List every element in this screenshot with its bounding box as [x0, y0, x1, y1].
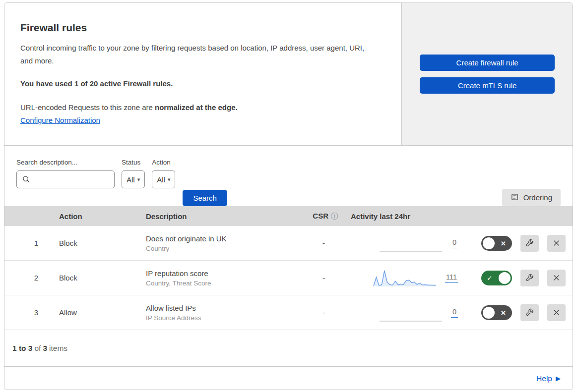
chevron-down-icon: ▾ [137, 176, 140, 183]
rule-activity-cell: 0 [342, 233, 461, 253]
rule-fields: IP Source Address [146, 314, 295, 322]
create-firewall-rule-button[interactable]: Create firewall rule [420, 55, 555, 71]
table-row: 1 Block Does not originate in UK Country… [4, 226, 573, 261]
chevron-down-icon: ▾ [168, 176, 171, 183]
toggle-x-icon: ✕ [501, 239, 506, 247]
search-group: Search description... [16, 159, 115, 188]
help-row: Help ▶ [4, 366, 573, 390]
activity-column-header: Activity last 24hr [342, 212, 461, 221]
actions-panel: Create firewall rule Create mTLS rule [402, 3, 573, 145]
rule-description-cell: Does not originate in UK Country [136, 234, 295, 252]
table-header: Action Description CSRⓘ Activity last 24… [4, 206, 573, 226]
rule-action: Block [49, 239, 136, 247]
normalization-bold-text: normalized at the edge. [155, 103, 238, 112]
edit-rule-button[interactable] [520, 270, 539, 286]
rule-description-cell: Allow listed IPs IP Source Address [136, 304, 295, 322]
create-mtls-rule-button[interactable]: Create mTLS rule [420, 77, 555, 94]
csr-header-label: CSR [313, 212, 328, 220]
rule-description: Does not originate in UK [146, 234, 295, 243]
edit-rule-button[interactable] [520, 235, 539, 252]
status-select[interactable]: All ▾ [122, 170, 145, 188]
rule-fields: Country [146, 245, 295, 252]
rule-priority: 1 [4, 239, 49, 247]
page-header-section: Firewall rules Control incoming traffic … [4, 3, 573, 146]
action-filter-group: Action All ▾ [152, 159, 175, 188]
rule-csr-value: - [295, 308, 342, 317]
of-text: of [34, 344, 41, 353]
rule-description-cell: IP reputation score Country, Threat Scor… [136, 269, 295, 287]
wrench-icon [525, 308, 534, 317]
close-icon [552, 308, 561, 317]
rule-csr-value: - [295, 274, 342, 282]
table-row: 3 Allow Allow listed IPs IP Source Addre… [4, 295, 573, 330]
rule-controls: ✓ ✕ [461, 270, 573, 286]
search-field-wrap [16, 170, 115, 188]
rule-priority: 3 [4, 308, 49, 317]
page-description: Control incoming traffic to your zone by… [20, 42, 374, 67]
rule-controls: ✓ ✕ [461, 235, 573, 252]
toggle-knob [483, 237, 495, 249]
page-title: Firewall rules [20, 22, 382, 34]
edit-rule-button[interactable] [520, 304, 539, 321]
help-link[interactable]: Help ▶ [536, 374, 561, 383]
rule-csr-value: - [295, 239, 342, 247]
normalization-text: URL-encoded Requests to this zone are [20, 103, 153, 112]
rule-enabled-toggle[interactable]: ✓ ✕ [481, 236, 512, 251]
rule-description: IP reputation score [146, 269, 295, 278]
intro-card: Firewall rules Control incoming traffic … [4, 3, 402, 145]
help-arrow-icon: ▶ [556, 375, 561, 382]
table-row: 2 Block IP reputation score Country, Thr… [4, 261, 573, 295]
search-input[interactable] [16, 170, 115, 188]
delete-rule-button[interactable] [547, 270, 566, 286]
rule-action: Allow [49, 308, 136, 317]
action-select[interactable]: All ▾ [152, 170, 175, 188]
description-column-header: Description [136, 212, 295, 221]
ordering-button[interactable]: Ordering [502, 189, 561, 206]
delete-rule-button[interactable] [547, 235, 566, 252]
activity-count-link[interactable]: 0 [451, 308, 458, 318]
search-button[interactable]: Search [183, 190, 227, 206]
rule-fields: Country, Threat Score [146, 280, 295, 287]
action-label: Action [152, 159, 175, 166]
ordering-button-label: Ordering [523, 193, 552, 202]
activity-count-link[interactable]: 111 [445, 273, 458, 283]
action-selected-value: All [157, 175, 165, 184]
toggle-check-icon: ✓ [487, 274, 493, 282]
items-text: items [49, 344, 67, 353]
activity-count-link[interactable]: 0 [451, 238, 458, 248]
list-document-icon [511, 193, 519, 203]
action-column-header: Action [49, 212, 136, 221]
rule-activity-cell: 111 [342, 268, 461, 288]
configure-normalization-link[interactable]: Configure Normalization [20, 116, 100, 124]
wrench-icon [525, 273, 534, 282]
normalization-note: URL-encoded Requests to this zone are no… [20, 102, 382, 113]
rule-enabled-toggle[interactable]: ✓ ✕ [481, 305, 512, 320]
rule-activity-cell: 0 [342, 303, 461, 323]
rule-enabled-toggle[interactable]: ✓ ✕ [481, 271, 512, 285]
activity-sparkline [379, 303, 443, 323]
rule-action: Block [49, 274, 136, 282]
close-icon [552, 273, 561, 282]
close-icon [552, 238, 561, 248]
status-filter-group: Status All ▾ [122, 159, 145, 188]
toggle-x-icon: ✕ [501, 309, 506, 316]
wrench-icon [525, 238, 534, 248]
pagination-summary: 1 to 3 of 3 items [4, 330, 573, 366]
activity-sparkline [373, 268, 437, 288]
items-total: 3 [43, 344, 47, 353]
status-label: Status [122, 159, 145, 166]
firewall-rules-page: Firewall rules Control incoming traffic … [4, 2, 573, 390]
search-icon [22, 175, 31, 186]
activity-sparkline [379, 233, 443, 253]
items-range: 1 to 3 [12, 344, 32, 353]
info-icon[interactable]: ⓘ [331, 212, 338, 220]
toggle-knob [499, 272, 511, 284]
rule-description: Allow listed IPs [146, 304, 295, 312]
delete-rule-button[interactable] [547, 304, 566, 321]
status-selected-value: All [127, 175, 135, 184]
filter-bar: Search description... Status All ▾ Actio… [4, 146, 573, 206]
csr-column-header: CSRⓘ [295, 212, 342, 221]
search-label: Search description... [16, 159, 115, 166]
rule-priority: 2 [4, 274, 49, 282]
rule-controls: ✓ ✕ [461, 304, 573, 321]
